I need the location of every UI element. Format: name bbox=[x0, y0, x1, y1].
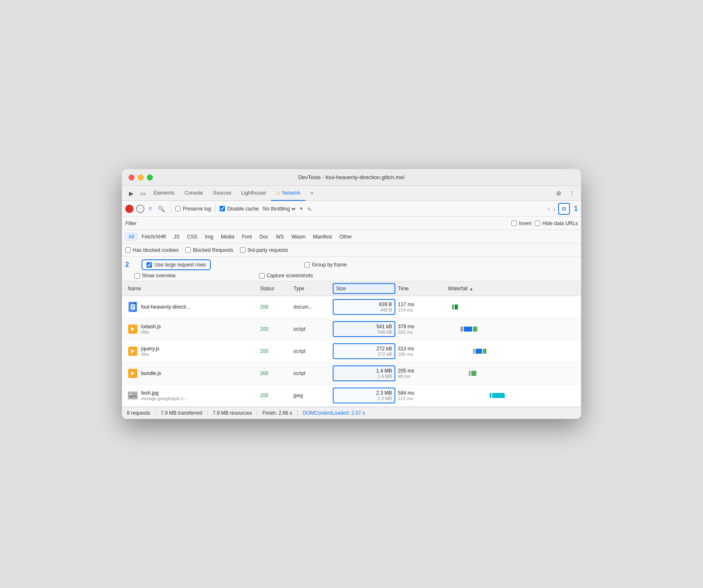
type-filter-manifest[interactable]: Manifest bbox=[310, 233, 335, 241]
devtools-settings-icon[interactable]: ⚙ bbox=[553, 188, 564, 199]
tab-lighthouse[interactable]: Lighthouse bbox=[236, 186, 271, 201]
type-filter-wasm[interactable]: Wasm bbox=[288, 233, 309, 241]
devtools-more-icon[interactable]: ⋮ bbox=[566, 188, 578, 199]
use-large-rows-checkbox[interactable] bbox=[147, 262, 152, 268]
th-time[interactable]: Time bbox=[395, 283, 445, 294]
td-time: 313 ms 186 ms bbox=[395, 344, 445, 358]
table-row[interactable]: lodash.js /libs 200 script 541 kB 540 kB… bbox=[122, 318, 581, 340]
cancel-button[interactable]: ○ bbox=[136, 205, 144, 213]
hide-data-urls-label[interactable]: Hide data URLs bbox=[535, 220, 578, 226]
td-size: 639 B 448 B bbox=[333, 299, 395, 315]
window-title: DevTools - foul-heavenly-direction.glitc… bbox=[298, 174, 405, 180]
title-bar: DevTools - foul-heavenly-direction.glitc… bbox=[122, 169, 581, 186]
table-row[interactable]: foul-heavenly-directi... 200 docum... 63… bbox=[122, 296, 581, 318]
time-lines: 379 ms 202 ms bbox=[398, 324, 443, 335]
third-party-checkbox[interactable] bbox=[240, 247, 245, 253]
table-row[interactable]: fesh.jpg storage.googleapis.c... 200 jpe… bbox=[122, 385, 581, 407]
tab-network[interactable]: ⚠ Network bbox=[271, 186, 306, 201]
footer-sep4 bbox=[297, 410, 298, 416]
size-sub: 448 B bbox=[380, 307, 392, 312]
td-name: bundle.js bbox=[125, 367, 258, 380]
type-filter-css[interactable]: CSS bbox=[184, 233, 201, 241]
download-icon[interactable]: ↓ bbox=[553, 205, 556, 212]
th-size[interactable]: Size bbox=[333, 283, 395, 294]
size-main: 541 kB bbox=[377, 324, 392, 329]
type-filter-font[interactable]: Font bbox=[238, 233, 255, 241]
filter-icon[interactable]: ▿ bbox=[147, 204, 154, 213]
tab-more[interactable]: » bbox=[306, 186, 319, 201]
th-waterfall[interactable]: Waterfall ▲ bbox=[445, 283, 578, 294]
hide-data-urls-checkbox[interactable] bbox=[535, 220, 540, 226]
show-overview-label[interactable]: Show overview bbox=[134, 273, 176, 279]
status-footer: 8 requests 7.9 MB transferred 7.9 MB res… bbox=[122, 407, 581, 419]
device-icon[interactable]: ▭ bbox=[137, 188, 149, 199]
type-filter-media[interactable]: Media bbox=[217, 233, 238, 241]
name-text: jquery.js /libs bbox=[141, 346, 159, 357]
capture-screenshots-label[interactable]: Capture screenshots bbox=[259, 273, 313, 279]
blocked-requests-label[interactable]: Blocked Requests bbox=[185, 247, 233, 253]
name-primary: jquery.js bbox=[141, 346, 159, 352]
footer-sep1 bbox=[155, 410, 156, 416]
tab-console[interactable]: Console bbox=[180, 186, 208, 201]
use-large-rows-label[interactable]: Use large request rows bbox=[142, 259, 211, 270]
type-filter-doc[interactable]: Doc bbox=[256, 233, 271, 241]
preserve-log-label[interactable]: Preserve log bbox=[175, 206, 211, 212]
size-main: 1.4 MB bbox=[376, 368, 392, 374]
table-row[interactable]: bundle.js 200 script 1.4 MB 1.4 MB 205 m… bbox=[122, 362, 581, 385]
invert-checkbox[interactable] bbox=[511, 220, 517, 226]
th-status[interactable]: Status bbox=[258, 283, 291, 294]
size-lines: 1.4 MB 1.4 MB bbox=[336, 368, 392, 379]
script-file-icon bbox=[128, 324, 137, 334]
script-file-icon bbox=[128, 369, 137, 378]
disable-cache-checkbox[interactable] bbox=[220, 206, 225, 211]
type-filter-img[interactable]: Img bbox=[202, 233, 217, 241]
td-waterfall bbox=[445, 296, 578, 318]
filter-bar: Filter Invert Hide data URLs bbox=[122, 217, 581, 230]
maximize-button[interactable] bbox=[147, 175, 153, 180]
minimize-button[interactable] bbox=[138, 175, 144, 180]
td-status: 200 bbox=[258, 369, 291, 378]
close-button[interactable] bbox=[129, 175, 134, 180]
name-primary: foul-heavenly-directi... bbox=[141, 304, 190, 310]
tab-elements[interactable]: Elements bbox=[149, 186, 180, 201]
type-filter-other[interactable]: Other bbox=[336, 233, 355, 241]
group-by-frame-label[interactable]: Group by frame bbox=[304, 262, 346, 268]
file-icon bbox=[128, 324, 138, 334]
cursor-icon[interactable]: ▶ bbox=[125, 188, 137, 199]
record-button[interactable] bbox=[125, 205, 134, 213]
invert-label[interactable]: Invert bbox=[511, 220, 531, 226]
has-blocked-cookies-checkbox[interactable] bbox=[125, 247, 131, 253]
upload-icon[interactable]: ↑ bbox=[547, 205, 550, 212]
td-status: 200 bbox=[258, 302, 291, 312]
svg-point-8 bbox=[130, 393, 131, 395]
footer-dom-content: DOMContentLoaded: 2.07 s bbox=[303, 410, 365, 416]
footer-sep2 bbox=[207, 410, 207, 416]
capture-screenshots-checkbox[interactable] bbox=[259, 273, 265, 279]
type-filter-ws[interactable]: WS bbox=[273, 233, 287, 241]
th-name[interactable]: Name bbox=[125, 283, 258, 294]
footer-requests: 8 requests bbox=[127, 410, 150, 416]
group-by-frame-checkbox[interactable] bbox=[304, 262, 310, 268]
th-type[interactable]: Type bbox=[291, 283, 333, 294]
size-lines: 639 B 448 B bbox=[336, 302, 392, 312]
has-blocked-cookies-label[interactable]: Has blocked cookies bbox=[125, 247, 179, 253]
type-filter-all[interactable]: All bbox=[125, 233, 137, 241]
preserve-log-checkbox[interactable] bbox=[175, 206, 181, 211]
blocked-requests-checkbox[interactable] bbox=[185, 247, 191, 253]
td-name: jquery.js /libs bbox=[125, 344, 258, 358]
third-party-label[interactable]: 3rd-party requests bbox=[240, 247, 288, 253]
status-value: 200 bbox=[260, 370, 268, 376]
table-row[interactable]: jquery.js /libs 200 script 272 kB 272 kB… bbox=[122, 340, 581, 362]
search-icon[interactable]: 🔍 bbox=[156, 205, 167, 213]
network-settings-button[interactable]: ⚙ bbox=[558, 203, 570, 215]
show-overview-checkbox[interactable] bbox=[134, 273, 140, 279]
td-size: 2.3 MB 2.3 MB bbox=[333, 388, 395, 403]
disable-cache-label[interactable]: Disable cache bbox=[220, 206, 258, 212]
type-filter-js[interactable]: JS bbox=[170, 233, 183, 241]
status-value: 200 bbox=[260, 393, 268, 398]
td-size: 272 kB 272 kB bbox=[333, 343, 395, 359]
footer-resources: 7.9 MB resources bbox=[212, 410, 252, 416]
tab-sources[interactable]: Sources bbox=[208, 186, 236, 201]
throttle-select[interactable]: No throttling bbox=[261, 205, 297, 212]
type-filter-fetch/xhr[interactable]: Fetch/XHR bbox=[138, 233, 169, 241]
